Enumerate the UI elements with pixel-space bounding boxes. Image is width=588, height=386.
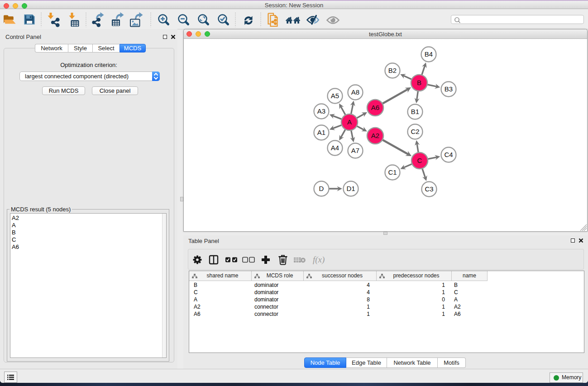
svg-text:A3: A3 xyxy=(317,107,325,115)
svg-text:C3: C3 xyxy=(425,185,433,193)
svg-text:C: C xyxy=(417,157,422,164)
svg-text:D1: D1 xyxy=(346,185,355,192)
svg-text:A: A xyxy=(347,118,352,126)
svg-text:D: D xyxy=(319,185,324,192)
svg-text:A8: A8 xyxy=(351,88,359,96)
svg-text:A4: A4 xyxy=(331,144,339,152)
svg-text:B1: B1 xyxy=(411,108,419,115)
svg-text:A6: A6 xyxy=(371,104,379,111)
svg-text:B3: B3 xyxy=(445,85,453,93)
svg-text:C1: C1 xyxy=(388,168,397,176)
svg-text:A5: A5 xyxy=(331,92,339,100)
svg-text:C2: C2 xyxy=(411,128,419,135)
svg-text:B: B xyxy=(417,79,421,86)
svg-text:B4: B4 xyxy=(425,50,433,58)
svg-text:A7: A7 xyxy=(351,147,359,154)
svg-text:f(x): f(x) xyxy=(313,255,325,265)
svg-text:C4: C4 xyxy=(444,151,453,158)
svg-text:A2: A2 xyxy=(371,132,379,139)
svg-text:A1: A1 xyxy=(317,129,325,136)
svg-text:B2: B2 xyxy=(388,67,397,74)
